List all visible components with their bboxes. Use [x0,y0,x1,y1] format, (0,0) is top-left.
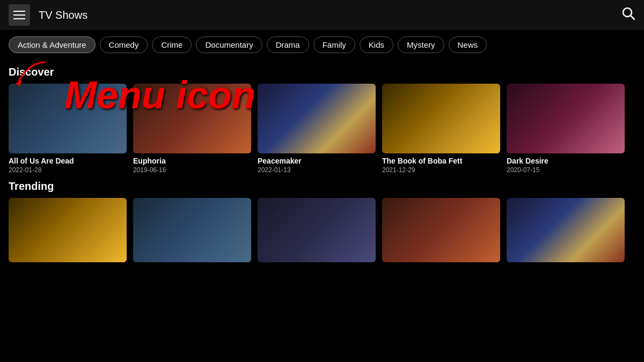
trending-thumbnail [507,198,625,262]
show-date: 2022-01-28 [9,166,127,174]
page-title: TV Shows [39,9,87,21]
category-button[interactable]: Documentary [196,36,262,53]
trending-row [9,198,635,262]
category-bar: Action & AdventureComedyCrimeDocumentary… [0,30,644,60]
trending-thumbnail [133,198,251,262]
discover-row: All of Us Are Dead2022-01-28Euphoria2019… [9,84,635,174]
category-button[interactable]: Drama [267,36,309,53]
show-thumbnail [382,84,500,153]
category-button[interactable]: Family [313,36,355,53]
category-button[interactable]: Crime [152,36,192,53]
trending-thumbnail [9,198,127,262]
category-button[interactable]: Mystery [398,36,444,53]
show-date: 2021-12-29 [382,166,500,174]
show-date: 2020-07-15 [507,166,625,174]
trending-card[interactable] [133,198,251,262]
show-thumbnail [258,84,376,153]
show-name: All of Us Are Dead [9,157,127,165]
menu-line-1 [13,11,25,12]
show-thumbnail [133,84,251,153]
show-card[interactable]: Euphoria2019-06-16 [133,84,251,174]
show-date: 2022-01-13 [258,166,376,174]
show-date: 2019-06-16 [133,166,251,174]
show-name: Peacemaker [258,157,376,165]
show-card[interactable]: Dark Desire2020-07-15 [507,84,625,174]
search-button[interactable] [621,6,635,24]
show-thumbnail [507,84,625,153]
svg-line-1 [631,16,634,19]
discover-section-title: Discover [9,66,635,78]
category-button[interactable]: Action & Adventure [9,36,96,53]
show-card[interactable]: The Book of Boba Fett2021-12-29 [382,84,500,174]
menu-button[interactable] [9,4,30,26]
menu-line-2 [13,14,25,16]
menu-line-3 [13,18,25,19]
trending-card[interactable] [507,198,625,262]
category-button[interactable]: News [449,36,487,53]
main-content: Discover All of Us Are Dead2022-01-28Eup… [0,66,644,262]
show-name: Euphoria [133,157,251,165]
show-card[interactable]: All of Us Are Dead2022-01-28 [9,84,127,174]
show-name: Dark Desire [507,157,625,165]
show-name: The Book of Boba Fett [382,157,500,165]
show-thumbnail [9,84,127,153]
category-button[interactable]: Kids [360,36,393,53]
trending-section-title: Trending [9,180,635,193]
trending-thumbnail [258,198,376,262]
search-icon [621,6,635,20]
category-button[interactable]: Comedy [100,36,148,53]
trending-card[interactable] [258,198,376,262]
header-left: TV Shows [9,4,87,26]
trending-thumbnail [382,198,500,262]
trending-card[interactable] [9,198,127,262]
show-card[interactable]: Peacemaker2022-01-13 [258,84,376,174]
app-header: TV Shows [0,0,644,30]
trending-card[interactable] [382,198,500,262]
